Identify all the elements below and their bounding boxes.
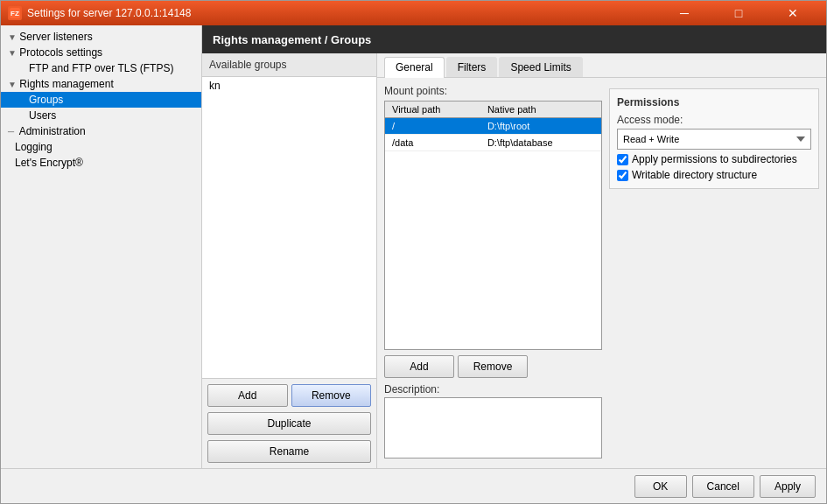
access-mode-label: Access mode:	[617, 114, 811, 126]
groups-rename-button[interactable]: Rename	[207, 440, 371, 463]
expand-icon: ▼	[8, 48, 17, 58]
sidebar-item-logging[interactable]: Logging	[1, 139, 201, 155]
title-bar: FZ Settings for server 127.0.0.1:14148 ─…	[1, 1, 826, 25]
sidebar-item-label: Users	[29, 109, 56, 122]
panel-header: Rights management / Groups	[202, 25, 826, 53]
tab-speed-limits[interactable]: Speed Limits	[499, 57, 582, 77]
permissions-section: Permissions Access mode: No access Read …	[609, 85, 819, 461]
tab-filters[interactable]: Filters	[446, 57, 498, 77]
description-section: Description:	[384, 383, 602, 461]
description-label: Description:	[384, 383, 602, 396]
sidebar-item-ftp-ftps[interactable]: FTP and FTP over TLS (FTPS)	[1, 60, 201, 76]
sidebar-item-label: Protocols settings	[19, 46, 102, 59]
native-path: D:\ftp\root	[480, 118, 601, 135]
groups-duplicate-button[interactable]: Duplicate	[207, 412, 371, 435]
expand-icon: ▼	[8, 32, 17, 42]
groups-list: kn	[202, 77, 376, 378]
sidebar-item-rights-management[interactable]: ▼ Rights management	[1, 76, 201, 92]
mount-points-label: Mount points:	[384, 85, 602, 97]
sidebar-item-lets-encrypt[interactable]: Let's Encrypt®	[1, 155, 201, 171]
groups-remove-button[interactable]: Remove	[291, 384, 372, 407]
sidebar-item-label: Groups	[29, 94, 63, 106]
cancel-button[interactable]: Cancel	[692, 475, 754, 498]
minimize-button[interactable]: ─	[658, 5, 711, 21]
right-panel: General Filters Speed Limits	[377, 53, 826, 468]
content-area: ▼ Server listeners ▼ Protocols settings …	[1, 25, 826, 468]
sidebar-item-label: Rights management	[19, 78, 113, 90]
mount-buttons: Add Remove	[384, 355, 602, 378]
sidebar-item-label: Logging	[15, 141, 53, 153]
bottom-bar: OK Cancel Apply	[1, 468, 826, 503]
sidebar-item-server-listeners[interactable]: ▼ Server listeners	[1, 29, 201, 45]
sidebar-item-label: Server listeners	[19, 31, 92, 43]
groups-buttons: Add Remove Duplicate Rename	[202, 378, 376, 468]
sidebar: ▼ Server listeners ▼ Protocols settings …	[1, 25, 202, 468]
window-title: Settings for server 127.0.0.1:14148	[27, 7, 191, 19]
tab-general[interactable]: General	[384, 57, 445, 78]
svg-text:FZ: FZ	[11, 10, 19, 18]
virtual-path: /	[385, 118, 480, 135]
apply-permissions-checkbox[interactable]	[617, 154, 628, 165]
mount-table: Virtual path Native path / D:\ftp\root	[384, 101, 602, 350]
panel-body: Available groups kn Add Remove Duplicate…	[202, 53, 826, 468]
sidebar-item-protocols-settings[interactable]: ▼ Protocols settings	[1, 45, 201, 60]
table-row[interactable]: / D:\ftp\root	[385, 118, 601, 135]
groups-add-button[interactable]: Add	[207, 384, 288, 407]
main-panel: Rights management / Groups Available gro…	[202, 25, 826, 468]
tabs-bar: General Filters Speed Limits	[377, 53, 826, 78]
tab-speed-limits-label: Speed Limits	[510, 61, 571, 74]
sidebar-item-administration[interactable]: ─ Administration	[1, 123, 201, 139]
expand-icon: ▼	[8, 80, 17, 89]
col-virtual-path: Virtual path	[385, 102, 480, 118]
apply-button[interactable]: Apply	[760, 475, 816, 498]
tab-general-label: General	[396, 61, 433, 74]
virtual-path: /data	[385, 135, 480, 151]
ok-button[interactable]: OK	[634, 475, 687, 498]
app-icon: FZ	[8, 6, 22, 20]
native-path: D:\ftp\database	[480, 135, 601, 151]
tab-filters-label: Filters	[458, 61, 487, 74]
description-textarea[interactable]	[384, 397, 602, 458]
permissions-group: Permissions Access mode: No access Read …	[609, 88, 819, 189]
writable-structure-row: Writable directory structure	[617, 169, 811, 181]
mount-add-button[interactable]: Add	[384, 355, 454, 378]
permissions-title: Permissions	[617, 96, 811, 108]
group-name: kn	[209, 80, 221, 92]
access-mode-select[interactable]: No access Read only Write only Read + Wr…	[617, 129, 811, 150]
close-button[interactable]: ✕	[767, 5, 819, 21]
sidebar-item-label: Administration	[19, 125, 86, 137]
sidebar-item-groups[interactable]: Groups	[1, 92, 201, 108]
groups-panel: Available groups kn Add Remove Duplicate…	[202, 53, 377, 468]
sidebar-item-label: Let's Encrypt®	[15, 157, 83, 169]
apply-permissions-label: Apply permissions to subdirectories	[632, 153, 797, 165]
writable-structure-checkbox[interactable]	[617, 170, 628, 181]
expand-icon: ─	[8, 127, 17, 136]
table-row[interactable]: /data D:\ftp\database	[385, 135, 601, 151]
apply-permissions-row: Apply permissions to subdirectories	[617, 153, 811, 165]
right-content: Mount points: Virtual path Native path	[377, 78, 826, 468]
list-item[interactable]: kn	[202, 77, 376, 94]
mount-remove-button[interactable]: Remove	[458, 355, 528, 378]
sidebar-item-users[interactable]: Users	[1, 108, 201, 123]
mount-points-section: Mount points: Virtual path Native path	[384, 85, 602, 461]
main-window: FZ Settings for server 127.0.0.1:14148 ─…	[0, 0, 827, 504]
writable-structure-label: Writable directory structure	[632, 169, 757, 181]
col-native-path: Native path	[480, 102, 601, 118]
groups-list-header: Available groups	[202, 53, 376, 77]
maximize-button[interactable]: □	[712, 5, 765, 21]
panel-header-title: Rights management / Groups	[213, 33, 371, 46]
sidebar-item-label: FTP and FTP over TLS (FTPS)	[29, 62, 173, 74]
